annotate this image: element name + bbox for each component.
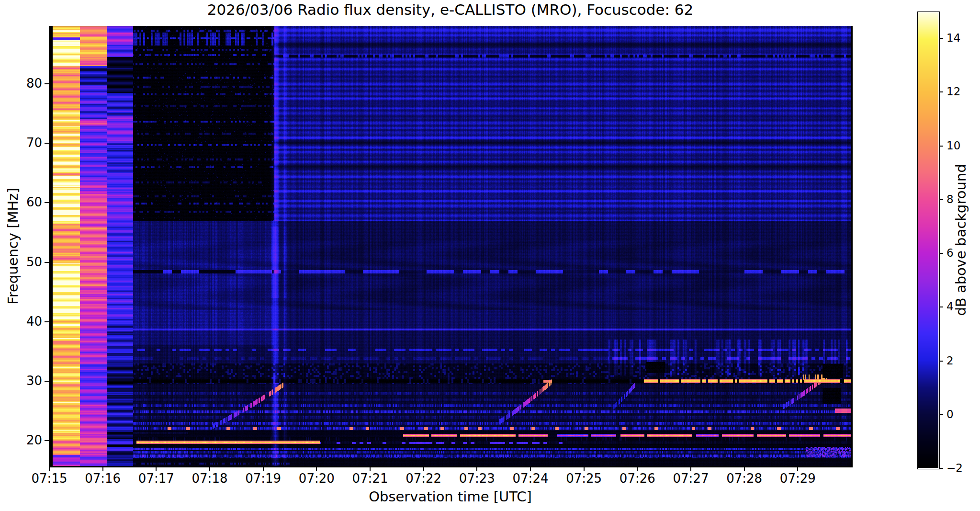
y-tick-mark [45, 321, 49, 322]
x-tick-mark [530, 467, 531, 471]
colorbar-tick-mark [939, 38, 943, 39]
y-tick-label: 20 [11, 433, 42, 447]
colorbar-tick-label: 8 [946, 193, 954, 205]
colorbar-tick-mark [939, 307, 943, 307]
colorbar-tick-label: 4 [946, 300, 954, 313]
x-tick-label: 07:20 [295, 471, 338, 486]
colorbar-tick-label: 6 [946, 247, 954, 259]
x-tick-mark [476, 467, 477, 471]
figure: 2026/03/06 Radio flux density, e-CALLIST… [0, 0, 980, 511]
y-tick-mark [45, 143, 49, 144]
x-tick-label: 07:17 [135, 471, 178, 486]
colorbar-tick-mark [939, 468, 943, 469]
y-tick-mark [45, 83, 49, 84]
colorbar-tick-mark [939, 361, 943, 362]
colorbar-tick-mark [939, 414, 943, 415]
y-tick-label: 30 [11, 374, 42, 388]
chart-title: 2026/03/06 Radio flux density, e-CALLIST… [49, 1, 851, 18]
x-tick-mark [49, 467, 50, 471]
x-tick-label: 07:24 [509, 471, 552, 486]
y-tick-mark [45, 202, 49, 203]
x-tick-mark [316, 467, 317, 471]
x-tick-mark [423, 467, 424, 471]
colorbar-tick-mark [939, 253, 943, 254]
x-tick-mark [584, 467, 585, 471]
y-tick-label: 80 [11, 76, 42, 91]
x-tick-mark [797, 467, 798, 471]
x-tick-label: 07:15 [28, 471, 71, 486]
x-tick-label: 07:16 [81, 471, 124, 486]
x-tick-label: 07:21 [349, 471, 392, 486]
y-tick-label: 60 [11, 195, 42, 209]
y-tick-mark [45, 440, 49, 441]
spectrogram-canvas [49, 26, 851, 466]
colorbar-tick-mark [939, 91, 943, 92]
x-tick-label: 07:28 [723, 471, 766, 486]
x-tick-mark [637, 467, 638, 471]
x-tick-label: 07:27 [669, 471, 712, 486]
colorbar-tick-label: 2 [946, 354, 954, 367]
colorbar-label: dB above background [953, 164, 969, 316]
x-tick-label: 07:18 [188, 471, 231, 486]
x-tick-mark [156, 467, 157, 471]
colorbar-tick-label: 14 [946, 32, 960, 44]
colorbar [917, 11, 940, 469]
x-tick-mark [102, 467, 103, 471]
colorbar-tick-mark [939, 146, 943, 147]
y-tick-mark [45, 381, 49, 382]
x-tick-label: 07:22 [402, 471, 445, 486]
y-tick-label: 70 [11, 136, 42, 150]
y-tick-label: 40 [11, 314, 42, 329]
x-tick-mark [263, 467, 264, 471]
colorbar-tick-label: 12 [946, 85, 960, 98]
x-axis-label: Observation time [UTC] [49, 488, 851, 505]
colorbar-canvas [918, 12, 938, 468]
x-tick-label: 07:19 [242, 471, 285, 486]
colorbar-tick-label: −2 [946, 462, 963, 474]
x-tick-label: 07:25 [563, 471, 606, 486]
x-tick-label: 07:29 [776, 471, 819, 486]
x-tick-mark [690, 467, 691, 471]
x-tick-mark [744, 467, 745, 471]
x-tick-label: 07:23 [455, 471, 498, 486]
y-tick-label: 50 [11, 255, 42, 269]
colorbar-tick-label: 10 [946, 139, 960, 152]
x-tick-mark [209, 467, 210, 471]
spectrogram-plot-area [49, 26, 853, 467]
y-tick-mark [45, 262, 49, 263]
x-tick-mark [370, 467, 371, 471]
colorbar-tick-mark [939, 199, 943, 200]
x-tick-label: 07:26 [616, 471, 659, 486]
colorbar-tick-label: 0 [946, 408, 954, 420]
